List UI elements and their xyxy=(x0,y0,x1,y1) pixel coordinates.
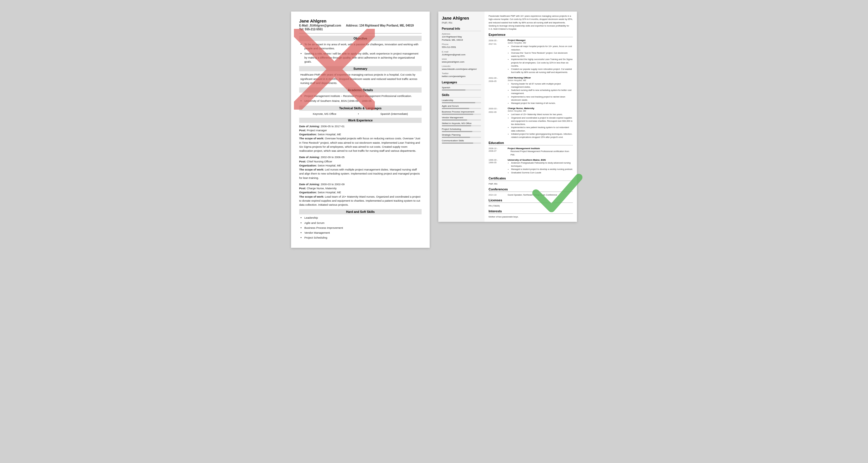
right-title: PMP, RN xyxy=(442,21,481,24)
twitter-value: twitter.com/janeahlgren xyxy=(442,75,481,78)
skills-section: Skills xyxy=(442,94,481,98)
work-entry-1: Date of Joining: 2006-05 to 2017-01 Post… xyxy=(299,124,422,153)
conf-entry-1: 2014-10 Guest Speaker, Northeast Shingo … xyxy=(489,194,573,196)
list-item: Nursing leader for all 87 nurses with mu… xyxy=(511,82,573,89)
experience-section-title: Experience xyxy=(489,33,573,37)
skill-name: Business Process Improvement xyxy=(442,110,481,113)
linkedin-label: LinkedIn xyxy=(442,65,481,67)
right-sidebar: Jane Ahlgren PMP, RN Personal Info Addre… xyxy=(438,11,485,222)
lang-name: Spanish xyxy=(442,86,481,89)
list-item: Andersen Postgraduate Fellowship to stud… xyxy=(511,161,573,168)
exp-entry-1: 2006-05 -2017-01 Project Manager Seton H… xyxy=(489,39,573,74)
conferences-section-title: Conferences xyxy=(489,188,573,192)
list-item: Implemented the highly successful Lean T… xyxy=(511,58,573,67)
exp-content-3: Charge Nurse, Maternity Seton Hospital, … xyxy=(508,107,573,139)
list-item: Created our popular supply room relocati… xyxy=(511,67,573,74)
lang-bar-fill xyxy=(442,90,465,91)
list-item: To be an expert in my area of work, with… xyxy=(304,42,422,51)
skill-bar-fill xyxy=(442,102,475,103)
left-name: Jane Ahlgren xyxy=(299,19,422,23)
edu-desc-1: Received Project Management Professional… xyxy=(508,150,573,156)
edu-content-2: University of Southern Maine, BSN Anders… xyxy=(508,159,573,174)
edu-entry-1: 2008-10 -2008-07 Project Management Inst… xyxy=(489,147,573,156)
left-email: E-Mail: JUAhlgren@gmail.com Address: 134… xyxy=(299,24,422,27)
exp-dates-3: 2000-03 -2002-09 xyxy=(489,107,505,139)
lang-bar xyxy=(442,90,481,91)
exp-content-1: Project Manager Seton Hospital, ME Overs… xyxy=(508,39,573,74)
right-main: Passionate healthcare PMP with 10+ years… xyxy=(485,11,577,222)
exp-bullets-3: Led team of 15+ Maternity Ward nurses fo… xyxy=(508,113,573,139)
skill-bar xyxy=(442,142,481,144)
exp-entry-3: 2000-03 -2002-09 Charge Nurse, Maternity… xyxy=(489,107,573,139)
hard-soft-list: Leadership Agile and Scrum Business Proc… xyxy=(299,216,422,240)
skill-name: Communication Skills xyxy=(442,139,481,142)
cert-item-1: PMP, RN xyxy=(489,183,573,185)
skill-name: Skilled in Keynote, MS Office xyxy=(442,122,481,125)
skill-bar xyxy=(442,108,481,109)
list-item: Managed a student project to develop a w… xyxy=(511,168,573,171)
skill-bar-fill xyxy=(442,120,467,121)
address-value: 134 Rightward WayPortland, ME, 04019 xyxy=(442,35,481,41)
exp-title-2: Chief Nursing Officer xyxy=(508,76,573,79)
skill-bar-fill xyxy=(442,114,473,115)
education-section-title: Education xyxy=(489,141,573,145)
exp-org-3: Seton Hospital, ME xyxy=(508,110,573,112)
skill-bar-fill xyxy=(442,142,473,144)
list-item: Oversaw the "Just in Time Restock" proje… xyxy=(511,51,573,58)
list-item: Implemented a new cost tracking project … xyxy=(511,95,573,102)
work-entry-3: Date of Joining: 2000-03 to 2002-09 Post… xyxy=(299,182,422,207)
conf-date-1: 2014-10 xyxy=(489,194,505,196)
list-item: Organized and coordinated a project to d… xyxy=(511,116,573,126)
list-item: Led team of 15+ Maternity Ward nurses fo… xyxy=(511,113,573,116)
skill-item: Strategic Planning xyxy=(442,134,481,138)
phone-value: 555-212-5551 xyxy=(442,45,481,49)
edu-content-1: Project Management Institute Received Pr… xyxy=(508,147,573,156)
languages-section: Languages xyxy=(442,81,481,85)
skill-left: Keynote, MS Office xyxy=(313,112,336,115)
email-value: JUAhlgren@gmail.com xyxy=(442,53,481,56)
edu-entry-2: 1996-09 -1999-05 University of Southern … xyxy=(489,159,573,174)
list-item: Implemented a new patient tracking syste… xyxy=(511,126,573,132)
list-item: Seeking a role, where I will be able to … xyxy=(304,52,422,64)
academic-header: Academic Details xyxy=(299,88,422,93)
edu-name-1: Project Management Institute xyxy=(508,147,573,150)
list-item: Project Management Institute – Received … xyxy=(304,94,422,98)
licenses-section-title: Licenses xyxy=(489,198,573,203)
skill-item: Agile and Scrum xyxy=(442,105,481,109)
skill-bar-fill xyxy=(442,108,469,109)
exp-org-2: Seton Hospital, ME xyxy=(508,79,573,81)
list-item: Vendor Management xyxy=(304,231,422,235)
skill-item: Project Scheduling xyxy=(442,128,481,132)
list-item: Agile and Scrum xyxy=(304,221,422,225)
skill-bar xyxy=(442,137,481,138)
skill-bar xyxy=(442,131,481,132)
work-header: Work Experience xyxy=(299,118,422,123)
exp-title-1: Project Manager xyxy=(508,39,573,41)
edu-dates-2: 1996-09 -1999-05 xyxy=(489,159,505,174)
edu-bullets-2: Andersen Postgraduate Fellowship to stud… xyxy=(508,161,573,174)
skill-bar-fill xyxy=(442,131,472,132)
exp-title-3: Charge Nurse, Maternity xyxy=(508,107,573,110)
interests-section-title: Interests xyxy=(489,209,573,214)
skills-list: LeadershipAgile and ScrumBusiness Proces… xyxy=(442,99,481,144)
skill-item: Leadership xyxy=(442,99,481,103)
work-entry-2: Date of Joining: 2002-09 to 2006-05 Post… xyxy=(299,155,422,180)
skill-bar xyxy=(442,114,481,115)
list-item: Switched nursing staff to new scheduling… xyxy=(511,89,573,95)
skill-name: Agile and Scrum xyxy=(442,105,481,107)
certificates-section-title: Certificates xyxy=(489,176,573,181)
left-tel: Tel: 555-212-5551 xyxy=(299,28,422,31)
list-item: Leadership xyxy=(304,216,422,220)
skills-header: Technical Skills & Languages xyxy=(299,106,422,111)
exp-bullets-1: Oversaw all major hospital projects for … xyxy=(508,45,573,74)
twitter-label: Twitter xyxy=(442,72,481,75)
list-item: Business Process Improvement xyxy=(304,226,422,230)
linkedin-value: www.linkedin.com/in/jane-ahlgren/ xyxy=(442,67,481,71)
www-label: www xyxy=(442,58,481,60)
exp-bullets-2: Nursing leader for all 87 nurses with mu… xyxy=(508,82,573,105)
list-item: Project Scheduling xyxy=(304,236,422,240)
right-summary: Passionate healthcare PMP with 10+ years… xyxy=(489,14,573,31)
summary-header: Summary xyxy=(299,66,422,71)
resume-right: Jane Ahlgren PMP, RN Personal Info Addre… xyxy=(438,11,577,222)
list-item: University of Southern Maine, BSN (1996-… xyxy=(304,99,422,103)
